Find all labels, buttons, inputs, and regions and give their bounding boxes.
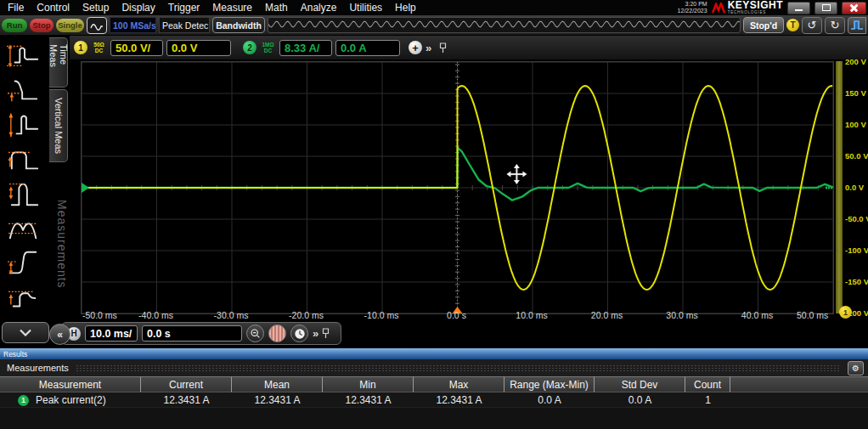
overshoot-measurement-icon[interactable] (0, 211, 48, 246)
gear-icon: ⚙ (852, 364, 860, 373)
column-header[interactable]: Std Dev (595, 376, 685, 392)
y-tick: -100 V (845, 246, 868, 255)
x-tick: -30.0 ms (214, 310, 249, 320)
amplitude-measurement-icon[interactable] (0, 37, 48, 71)
channel2-scale-field[interactable]: 8.33 A/ (279, 40, 332, 56)
top-measurement-icon[interactable] (0, 141, 48, 176)
column-header[interactable]: Measurement (0, 376, 141, 392)
menu-item[interactable]: Setup (82, 2, 109, 14)
measurement-badge: 1 (18, 395, 29, 406)
timebase-position-field[interactable]: 0.0 s (142, 325, 242, 342)
measurements-table: MeasurementCurrentMeanMinMaxRange (Max-M… (0, 376, 868, 408)
minimize-icon (795, 9, 803, 11)
channel-bar: 1 50ΩDC 50.0 V/ 0.0 V 2 1MΩDC 8.33 A/ 0.… (70, 36, 868, 59)
bandwidth-button[interactable]: Bandwidth (212, 17, 265, 33)
maximum-measurement-icon[interactable] (0, 280, 48, 315)
xy-display-button[interactable] (268, 325, 286, 342)
blue-pulse-icon (851, 20, 864, 31)
measurement-value-cell: 12.3431 A (141, 392, 232, 408)
close-button[interactable] (842, 2, 866, 14)
menu-item[interactable]: Trigger (168, 2, 200, 14)
stop-button[interactable]: Stop (30, 19, 54, 32)
table-row[interactable]: 1 Peak current(2) 12.3431 A12.3431 A12.3… (0, 392, 868, 408)
roll-mode-button[interactable] (290, 325, 308, 342)
x-tick: 0.0 s (447, 310, 466, 320)
channel1-badge[interactable]: 1 (74, 41, 87, 54)
magnifier-icon (250, 328, 261, 339)
undo-button[interactable]: ↺ (802, 17, 822, 34)
add-channel-button[interactable]: + (409, 41, 422, 54)
timebase-scale-field[interactable]: 10.0 ms/ (85, 325, 138, 342)
column-header[interactable]: Max (414, 376, 504, 392)
clock-icon (294, 328, 306, 340)
timebase-bar: H 10.0 ms/ 0.0 s » (61, 322, 341, 345)
acquire-mode-display[interactable]: Peak Detec (159, 17, 210, 33)
menu-item[interactable]: Control (37, 2, 70, 14)
table-header-row: MeasurementCurrentMeanMinMaxRange (Max-M… (0, 376, 868, 392)
zoom-button[interactable] (246, 325, 264, 342)
run-button[interactable]: Run (2, 19, 27, 32)
column-header[interactable]: Min (323, 376, 414, 392)
pin-icon[interactable] (438, 42, 448, 54)
column-header[interactable]: Mean (232, 376, 323, 392)
menu-item[interactable]: Analyze (301, 2, 337, 14)
clock-date: 12/22/2023 (678, 8, 707, 14)
measurements-panel-label: Measurements (0, 363, 69, 373)
y-tick: 100 V (845, 120, 866, 129)
column-header[interactable]: Current (141, 376, 232, 392)
menu-items: FileControlSetupDisplayTriggerMeasureMat… (0, 2, 416, 14)
expand-channels-button[interactable]: » (426, 42, 430, 54)
expand-hbar-button[interactable]: » (313, 327, 317, 340)
channel1-offset-field[interactable]: 0.0 V (166, 40, 231, 56)
measurement-value-cell: 12.3431 A (414, 392, 504, 408)
x-tick: 40.0 ms (741, 310, 773, 320)
channel1-coupling: 50ΩDC (91, 42, 107, 54)
redo-icon: ↻ (831, 20, 840, 31)
channel1-scale-strip[interactable] (836, 61, 843, 313)
measurements-settings-button[interactable]: ⚙ (848, 361, 864, 375)
channel2-badge[interactable]: 2 (243, 41, 256, 54)
redo-button[interactable]: ↻ (825, 17, 845, 34)
single-button[interactable]: Single (56, 19, 84, 32)
menu-item[interactable]: Math (265, 2, 288, 14)
measurement-value-cell: 12.3431 A (232, 392, 323, 408)
menu-item[interactable]: Utilities (349, 2, 382, 14)
column-header[interactable]: Count (685, 376, 730, 392)
y-tick: -150 V (845, 277, 868, 286)
trigger-status-button[interactable]: Stop'd (743, 17, 784, 33)
tab-time-meas[interactable]: Time Meas (49, 37, 68, 87)
menu-item[interactable]: Display (121, 2, 155, 14)
trigger-source-badge[interactable]: 1 (839, 306, 852, 319)
y-tick: 50.0 V (845, 151, 868, 161)
trigger-badge[interactable]: T (786, 19, 799, 31)
scope-graticule[interactable] (81, 61, 834, 314)
settling-time-measurement-icon[interactable] (0, 246, 48, 280)
scope-panel-button[interactable] (848, 17, 866, 34)
peak-peak-measurement-icon[interactable] (0, 106, 48, 141)
measurement-name-cell[interactable]: 1 Peak current(2) (0, 392, 141, 408)
pulse-width-measurement-icon[interactable] (0, 176, 48, 211)
pin-icon[interactable] (321, 328, 330, 339)
minimize-button[interactable] (787, 2, 810, 14)
collapse-hbar-button[interactable]: « (49, 324, 70, 345)
acquisition-mode-button[interactable] (87, 17, 107, 34)
tab-vertical-meas[interactable]: Vertical Meas (49, 89, 68, 162)
panel-footer (0, 407, 868, 429)
waveform-icon (90, 20, 104, 31)
chevron-down-icon (19, 329, 32, 336)
measurement-value-cell: 0.0 A (595, 392, 685, 408)
column-header[interactable]: Range (Max-Min) (504, 376, 595, 392)
measurements-panel-header[interactable]: Measurements ⚙ (0, 359, 868, 376)
scroll-icons-down-button[interactable] (2, 322, 49, 343)
maximize-button[interactable] (814, 2, 837, 14)
menu-item[interactable]: Help (395, 2, 416, 14)
menu-item[interactable]: File (8, 2, 24, 14)
keysight-spark-icon (712, 3, 725, 14)
results-panel-titlebar[interactable]: Results (0, 348, 868, 359)
base-measurement-icon[interactable] (0, 71, 48, 106)
channel1-scale-field[interactable]: 50.0 V/ (110, 40, 163, 56)
x-tick: -40.0 ms (138, 310, 173, 320)
acquisition-preview-strip[interactable] (268, 17, 741, 33)
channel2-offset-field[interactable]: 0.0 A (335, 40, 400, 56)
menu-item[interactable]: Measure (212, 2, 252, 14)
